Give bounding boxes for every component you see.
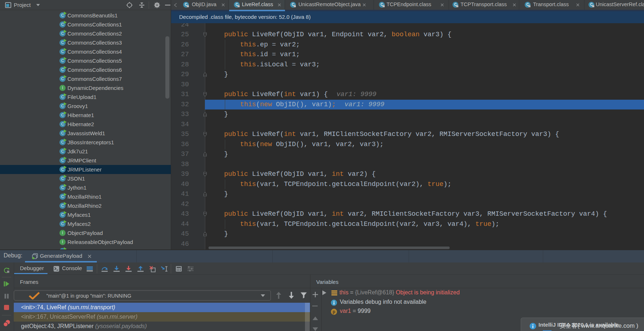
svg-text:p: p: [333, 309, 335, 314]
